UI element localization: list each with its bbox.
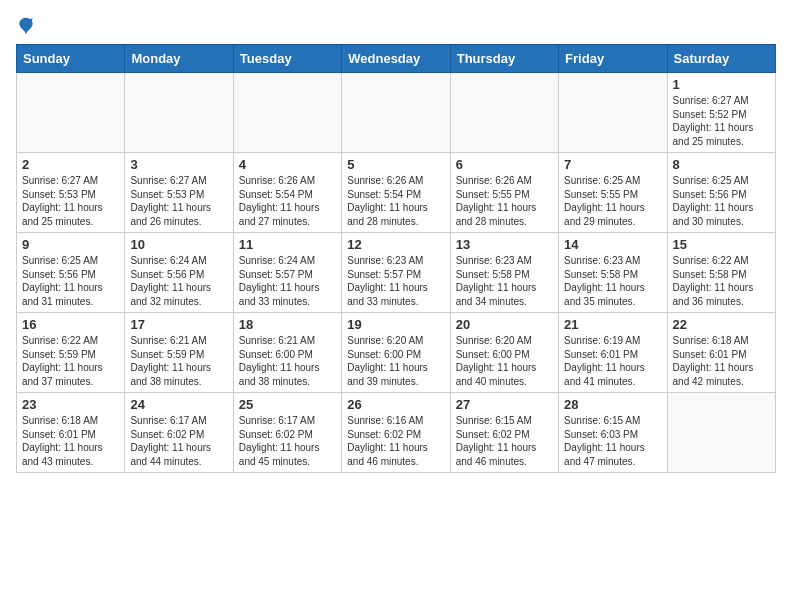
calendar-week-row: 16Sunrise: 6:22 AM Sunset: 5:59 PM Dayli… bbox=[17, 313, 776, 393]
calendar-week-row: 9Sunrise: 6:25 AM Sunset: 5:56 PM Daylig… bbox=[17, 233, 776, 313]
day-info: Sunrise: 6:22 AM Sunset: 5:58 PM Dayligh… bbox=[673, 254, 770, 308]
day-number: 24 bbox=[130, 397, 227, 412]
day-number: 8 bbox=[673, 157, 770, 172]
day-number: 15 bbox=[673, 237, 770, 252]
calendar-cell bbox=[125, 73, 233, 153]
calendar-cell: 28Sunrise: 6:15 AM Sunset: 6:03 PM Dayli… bbox=[559, 393, 667, 473]
day-info: Sunrise: 6:19 AM Sunset: 6:01 PM Dayligh… bbox=[564, 334, 661, 388]
day-info: Sunrise: 6:27 AM Sunset: 5:53 PM Dayligh… bbox=[130, 174, 227, 228]
weekday-header-sunday: Sunday bbox=[17, 45, 125, 73]
calendar-cell bbox=[17, 73, 125, 153]
calendar-cell: 7Sunrise: 6:25 AM Sunset: 5:55 PM Daylig… bbox=[559, 153, 667, 233]
calendar-cell bbox=[559, 73, 667, 153]
calendar-cell bbox=[667, 393, 775, 473]
day-info: Sunrise: 6:17 AM Sunset: 6:02 PM Dayligh… bbox=[239, 414, 336, 468]
calendar-cell: 4Sunrise: 6:26 AM Sunset: 5:54 PM Daylig… bbox=[233, 153, 341, 233]
day-number: 14 bbox=[564, 237, 661, 252]
day-info: Sunrise: 6:27 AM Sunset: 5:53 PM Dayligh… bbox=[22, 174, 119, 228]
day-info: Sunrise: 6:24 AM Sunset: 5:56 PM Dayligh… bbox=[130, 254, 227, 308]
calendar-cell: 1Sunrise: 6:27 AM Sunset: 5:52 PM Daylig… bbox=[667, 73, 775, 153]
day-info: Sunrise: 6:15 AM Sunset: 6:02 PM Dayligh… bbox=[456, 414, 553, 468]
calendar-cell: 8Sunrise: 6:25 AM Sunset: 5:56 PM Daylig… bbox=[667, 153, 775, 233]
calendar-cell: 12Sunrise: 6:23 AM Sunset: 5:57 PM Dayli… bbox=[342, 233, 450, 313]
day-number: 21 bbox=[564, 317, 661, 332]
weekday-header-friday: Friday bbox=[559, 45, 667, 73]
day-number: 12 bbox=[347, 237, 444, 252]
weekday-header-wednesday: Wednesday bbox=[342, 45, 450, 73]
day-info: Sunrise: 6:26 AM Sunset: 5:54 PM Dayligh… bbox=[239, 174, 336, 228]
weekday-header-row: SundayMondayTuesdayWednesdayThursdayFrid… bbox=[17, 45, 776, 73]
day-info: Sunrise: 6:25 AM Sunset: 5:56 PM Dayligh… bbox=[22, 254, 119, 308]
day-number: 5 bbox=[347, 157, 444, 172]
calendar-cell bbox=[450, 73, 558, 153]
day-number: 3 bbox=[130, 157, 227, 172]
day-number: 26 bbox=[347, 397, 444, 412]
calendar-cell: 6Sunrise: 6:26 AM Sunset: 5:55 PM Daylig… bbox=[450, 153, 558, 233]
calendar-cell: 16Sunrise: 6:22 AM Sunset: 5:59 PM Dayli… bbox=[17, 313, 125, 393]
day-info: Sunrise: 6:20 AM Sunset: 6:00 PM Dayligh… bbox=[456, 334, 553, 388]
calendar-cell: 15Sunrise: 6:22 AM Sunset: 5:58 PM Dayli… bbox=[667, 233, 775, 313]
page-header bbox=[16, 16, 776, 36]
weekday-header-saturday: Saturday bbox=[667, 45, 775, 73]
day-info: Sunrise: 6:25 AM Sunset: 5:56 PM Dayligh… bbox=[673, 174, 770, 228]
calendar-cell: 25Sunrise: 6:17 AM Sunset: 6:02 PM Dayli… bbox=[233, 393, 341, 473]
day-number: 4 bbox=[239, 157, 336, 172]
day-number: 22 bbox=[673, 317, 770, 332]
day-info: Sunrise: 6:26 AM Sunset: 5:54 PM Dayligh… bbox=[347, 174, 444, 228]
day-number: 9 bbox=[22, 237, 119, 252]
calendar-cell: 27Sunrise: 6:15 AM Sunset: 6:02 PM Dayli… bbox=[450, 393, 558, 473]
calendar-table: SundayMondayTuesdayWednesdayThursdayFrid… bbox=[16, 44, 776, 473]
calendar-cell: 10Sunrise: 6:24 AM Sunset: 5:56 PM Dayli… bbox=[125, 233, 233, 313]
day-info: Sunrise: 6:17 AM Sunset: 6:02 PM Dayligh… bbox=[130, 414, 227, 468]
calendar-week-row: 23Sunrise: 6:18 AM Sunset: 6:01 PM Dayli… bbox=[17, 393, 776, 473]
calendar-cell: 18Sunrise: 6:21 AM Sunset: 6:00 PM Dayli… bbox=[233, 313, 341, 393]
day-info: Sunrise: 6:23 AM Sunset: 5:58 PM Dayligh… bbox=[456, 254, 553, 308]
calendar-cell: 20Sunrise: 6:20 AM Sunset: 6:00 PM Dayli… bbox=[450, 313, 558, 393]
calendar-cell: 22Sunrise: 6:18 AM Sunset: 6:01 PM Dayli… bbox=[667, 313, 775, 393]
day-number: 23 bbox=[22, 397, 119, 412]
calendar-week-row: 2Sunrise: 6:27 AM Sunset: 5:53 PM Daylig… bbox=[17, 153, 776, 233]
day-number: 19 bbox=[347, 317, 444, 332]
day-number: 18 bbox=[239, 317, 336, 332]
day-number: 6 bbox=[456, 157, 553, 172]
day-number: 25 bbox=[239, 397, 336, 412]
day-number: 16 bbox=[22, 317, 119, 332]
day-info: Sunrise: 6:20 AM Sunset: 6:00 PM Dayligh… bbox=[347, 334, 444, 388]
calendar-cell: 24Sunrise: 6:17 AM Sunset: 6:02 PM Dayli… bbox=[125, 393, 233, 473]
day-number: 20 bbox=[456, 317, 553, 332]
calendar-cell: 5Sunrise: 6:26 AM Sunset: 5:54 PM Daylig… bbox=[342, 153, 450, 233]
day-number: 10 bbox=[130, 237, 227, 252]
logo bbox=[16, 16, 40, 36]
day-info: Sunrise: 6:23 AM Sunset: 5:58 PM Dayligh… bbox=[564, 254, 661, 308]
calendar-cell bbox=[342, 73, 450, 153]
day-info: Sunrise: 6:21 AM Sunset: 5:59 PM Dayligh… bbox=[130, 334, 227, 388]
calendar-cell: 19Sunrise: 6:20 AM Sunset: 6:00 PM Dayli… bbox=[342, 313, 450, 393]
calendar-cell: 3Sunrise: 6:27 AM Sunset: 5:53 PM Daylig… bbox=[125, 153, 233, 233]
day-info: Sunrise: 6:21 AM Sunset: 6:00 PM Dayligh… bbox=[239, 334, 336, 388]
weekday-header-thursday: Thursday bbox=[450, 45, 558, 73]
calendar-cell bbox=[233, 73, 341, 153]
calendar-cell: 23Sunrise: 6:18 AM Sunset: 6:01 PM Dayli… bbox=[17, 393, 125, 473]
calendar-cell: 9Sunrise: 6:25 AM Sunset: 5:56 PM Daylig… bbox=[17, 233, 125, 313]
day-number: 28 bbox=[564, 397, 661, 412]
day-info: Sunrise: 6:18 AM Sunset: 6:01 PM Dayligh… bbox=[22, 414, 119, 468]
day-info: Sunrise: 6:16 AM Sunset: 6:02 PM Dayligh… bbox=[347, 414, 444, 468]
calendar-cell: 21Sunrise: 6:19 AM Sunset: 6:01 PM Dayli… bbox=[559, 313, 667, 393]
day-number: 17 bbox=[130, 317, 227, 332]
calendar-cell: 17Sunrise: 6:21 AM Sunset: 5:59 PM Dayli… bbox=[125, 313, 233, 393]
day-info: Sunrise: 6:15 AM Sunset: 6:03 PM Dayligh… bbox=[564, 414, 661, 468]
day-number: 13 bbox=[456, 237, 553, 252]
weekday-header-monday: Monday bbox=[125, 45, 233, 73]
logo-icon bbox=[16, 16, 36, 36]
day-info: Sunrise: 6:22 AM Sunset: 5:59 PM Dayligh… bbox=[22, 334, 119, 388]
day-info: Sunrise: 6:26 AM Sunset: 5:55 PM Dayligh… bbox=[456, 174, 553, 228]
day-number: 7 bbox=[564, 157, 661, 172]
calendar-cell: 14Sunrise: 6:23 AM Sunset: 5:58 PM Dayli… bbox=[559, 233, 667, 313]
day-info: Sunrise: 6:23 AM Sunset: 5:57 PM Dayligh… bbox=[347, 254, 444, 308]
day-number: 1 bbox=[673, 77, 770, 92]
weekday-header-tuesday: Tuesday bbox=[233, 45, 341, 73]
day-info: Sunrise: 6:24 AM Sunset: 5:57 PM Dayligh… bbox=[239, 254, 336, 308]
day-number: 2 bbox=[22, 157, 119, 172]
day-number: 27 bbox=[456, 397, 553, 412]
day-info: Sunrise: 6:25 AM Sunset: 5:55 PM Dayligh… bbox=[564, 174, 661, 228]
